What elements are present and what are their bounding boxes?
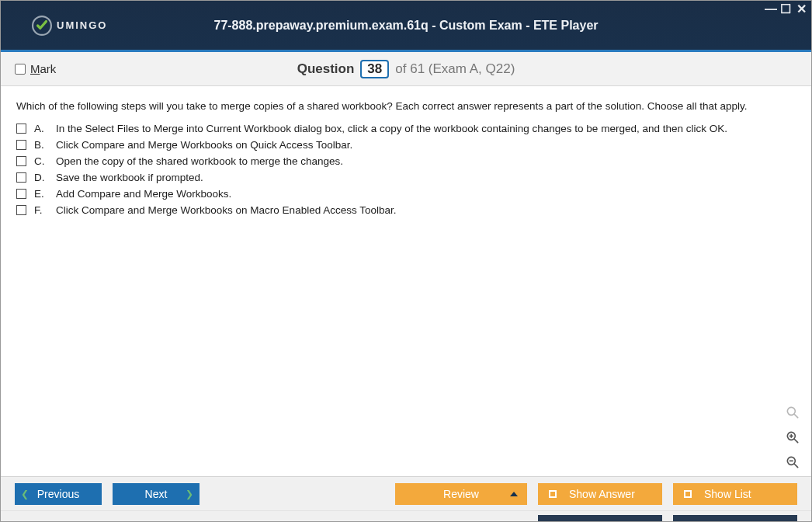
option-text: Add Compare and Merge Workbooks. (56, 188, 231, 200)
search-icon[interactable] (783, 403, 802, 422)
option-text: Open the copy of the shared workbook to … (56, 155, 343, 167)
option-text: In the Select Files to Merge into Curren… (56, 123, 727, 134)
option-d[interactable]: D.Save the workbook if prompted. (16, 172, 796, 183)
title-bar: UMINGO 77-888.prepaway.premium.exam.61q … (1, 1, 811, 52)
chevron-right-icon: ❯ (186, 489, 193, 499)
checkbox-icon (16, 124, 26, 134)
option-letter: B. (34, 139, 48, 151)
svg-line-2 (795, 415, 798, 418)
question-content: Which of the following steps will you ta… (1, 86, 811, 476)
checkbox-icon (16, 140, 26, 150)
checkbox-icon (15, 64, 26, 75)
option-letter: D. (34, 172, 48, 183)
zoom-in-icon[interactable] (783, 428, 802, 447)
checkbox-icon (16, 205, 26, 215)
option-letter: C. (34, 155, 48, 167)
previous-button[interactable]: ❮ Previous (15, 483, 102, 505)
mark-label: Mark (30, 62, 56, 75)
option-c[interactable]: C.Open the copy of the shared workbook t… (16, 155, 796, 167)
option-a[interactable]: A.In the Select Files to Merge into Curr… (16, 123, 796, 134)
svg-point-1 (787, 407, 795, 415)
svg-line-6 (795, 440, 798, 443)
question-current: 38 (360, 60, 389, 78)
review-button[interactable]: Review (395, 483, 527, 505)
checkbox-icon (16, 189, 26, 199)
square-icon (549, 490, 557, 498)
zoom-out-icon[interactable] (783, 453, 802, 472)
checkbox-icon (16, 172, 26, 183)
option-b[interactable]: B.Click Compare and Merge Workbooks on Q… (16, 139, 796, 151)
logo-icon (32, 16, 52, 36)
zoom-tools (783, 403, 802, 472)
option-text: Click Compare and Merge Workbooks on Qui… (56, 139, 352, 151)
options-list: A.In the Select Files to Merge into Curr… (16, 123, 796, 216)
next-button[interactable]: Next ❯ (113, 483, 200, 505)
option-letter: A. (34, 123, 48, 134)
option-f[interactable]: F.Click Compare and Merge Workbooks on M… (16, 204, 796, 216)
question-number: Question 38 of 61 (Exam A, Q22) (1, 60, 811, 78)
end-exam-button[interactable]: End Exam (673, 515, 797, 522)
square-icon (684, 490, 692, 498)
window-controls: — ☐ ✕ (765, 4, 807, 15)
show-list-button[interactable]: Show List (673, 483, 797, 505)
question-text: Which of the following steps will you ta… (16, 100, 796, 112)
checkbox-icon (16, 156, 26, 166)
option-text: Click Compare and Merge Workbooks on Mac… (56, 204, 396, 216)
show-answer-button[interactable]: Show Answer (538, 483, 662, 505)
option-text: Save the workbook if prompted. (56, 172, 203, 183)
option-e[interactable]: E.Add Compare and Merge Workbooks. (16, 188, 796, 200)
close-button[interactable]: ✕ (796, 4, 807, 15)
question-header: Mark Question 38 of 61 (Exam A, Q22) (1, 52, 811, 86)
logo-text: UMINGO (57, 19, 107, 31)
option-letter: E. (34, 188, 48, 200)
svg-line-9 (795, 465, 798, 468)
triangle-up-icon (510, 492, 518, 496)
footer-actions: Save Session End Exam (1, 510, 811, 522)
option-letter: F. (34, 204, 48, 216)
maximize-button[interactable]: ☐ (780, 4, 791, 15)
save-session-button[interactable]: Save Session (538, 515, 662, 522)
footer-nav: ❮ Previous Next ❯ Review Show Answer Sho… (1, 476, 811, 510)
window-title: 77-888.prepaway.premium.exam.61q - Custo… (1, 19, 811, 33)
app-logo: UMINGO (32, 16, 107, 36)
chevron-left-icon: ❮ (21, 489, 29, 499)
mark-checkbox[interactable]: Mark (15, 62, 56, 75)
minimize-button[interactable]: — (765, 4, 776, 15)
